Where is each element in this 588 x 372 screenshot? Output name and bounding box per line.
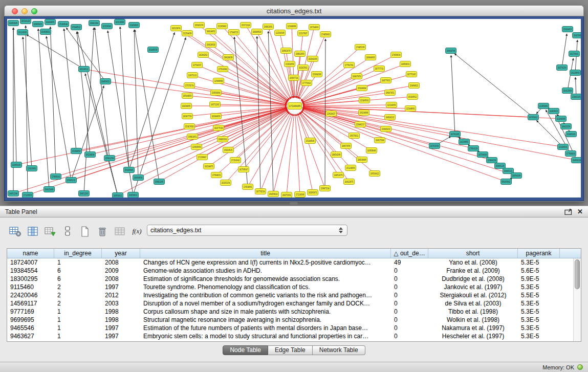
cell-pagerank[interactable]: 5.3E-5 xyxy=(518,299,560,308)
cell-pagerank[interactable]: 5.9E-5 xyxy=(518,275,560,283)
edit-table-icon[interactable] xyxy=(43,225,57,238)
cell-short[interactable]: Nakamura et al. (1997) xyxy=(428,324,518,332)
cell-pagerank[interactable]: 5.3E-5 xyxy=(518,258,560,267)
cell-out_degree[interactable]: 0 xyxy=(391,316,428,324)
vertical-scrollbar[interactable] xyxy=(573,258,581,341)
zoom-window-button[interactable] xyxy=(31,8,37,14)
cell-year[interactable]: 2008 xyxy=(102,258,140,267)
table-row[interactable]: 1872400712008Changes of HCN gene express… xyxy=(7,258,581,267)
cell-short[interactable]: Franke et al. (2009) xyxy=(428,267,518,275)
table-row[interactable]: 2242004622012Investigating the contribut… xyxy=(7,291,581,299)
cell-name[interactable]: 14569117 xyxy=(7,299,54,308)
cell-in_degree[interactable]: 1 xyxy=(54,258,102,267)
column-header-short[interactable]: short xyxy=(428,249,518,258)
cell-pagerank[interactable]: 5.5E-5 xyxy=(518,291,560,299)
window-titlebar[interactable]: citations_edges.txt xyxy=(4,5,584,16)
column-header-in_degree[interactable]: in_degree xyxy=(54,249,102,258)
cell-in_degree[interactable]: 6 xyxy=(54,275,102,283)
cell-title[interactable]: Estimation of significance thresholds fo… xyxy=(140,275,391,283)
cell-name[interactable]: 9115460 xyxy=(7,283,54,291)
show-columns-icon[interactable] xyxy=(26,225,39,238)
table-row[interactable]: 946362711997Embryonic stem cells: a mode… xyxy=(7,332,581,340)
cell-pagerank[interactable]: 5.3E-5 xyxy=(518,324,560,332)
close-window-button[interactable] xyxy=(12,8,18,14)
cell-out_degree[interactable]: 0 xyxy=(391,299,428,308)
float-panel-icon[interactable] xyxy=(564,209,572,215)
cell-name[interactable]: 18300295 xyxy=(7,275,54,283)
cell-short[interactable]: Dudbridge et al. (2008) xyxy=(428,275,518,283)
delete-icon[interactable] xyxy=(95,225,109,238)
cell-year[interactable]: 2012 xyxy=(102,291,140,299)
cell-pagerank[interactable]: 5.6E-5 xyxy=(518,267,560,275)
cell-pagerank[interactable]: 5.3E-5 xyxy=(518,283,560,291)
table-row[interactable]: 1456911722003Disruption of a novel membe… xyxy=(7,299,581,308)
cell-year[interactable]: 1998 xyxy=(102,316,140,324)
new-document-icon[interactable] xyxy=(78,225,92,238)
table-row[interactable]: 946554611997Estimation of the future num… xyxy=(7,324,581,332)
cell-out_degree[interactable]: 0 xyxy=(391,308,428,316)
cell-year[interactable]: 2003 xyxy=(102,299,140,308)
cell-in_degree[interactable]: 2 xyxy=(54,299,102,308)
function-builder-icon[interactable]: f(x) xyxy=(130,225,144,238)
cell-short[interactable]: Stergiakouli et al. (2012) xyxy=(428,291,518,299)
cell-in_degree[interactable]: 2 xyxy=(54,291,102,299)
cell-out_degree[interactable]: 0 xyxy=(391,283,428,291)
cell-title[interactable]: Genome-wide association studies in ADHD. xyxy=(140,267,391,275)
scrollbar-thumb[interactable] xyxy=(575,259,580,289)
import-table-icon[interactable] xyxy=(113,225,126,238)
cell-name[interactable]: 19384554 xyxy=(7,267,54,275)
cell-name[interactable]: 9465546 xyxy=(7,324,54,332)
column-header-year[interactable]: year xyxy=(102,249,140,258)
cell-title[interactable]: Changes of HCN gene expression and I(f) … xyxy=(140,258,391,267)
cell-title[interactable]: Investigating the contribution of common… xyxy=(140,291,391,299)
table-row[interactable]: 1830029562008Estimation of significance … xyxy=(7,275,581,283)
cell-year[interactable]: 1997 xyxy=(102,283,140,291)
cell-title[interactable]: Disruption of a novel member of a sodium… xyxy=(140,299,391,308)
table-mode-icon[interactable] xyxy=(8,225,22,238)
cell-short[interactable]: Wolkin et al. (1998) xyxy=(428,316,518,324)
tab-edge-table[interactable]: Edge Table xyxy=(268,345,313,355)
column-header-pagerank[interactable]: pagerank xyxy=(518,249,560,258)
cell-year[interactable]: 2009 xyxy=(102,267,140,275)
cell-year[interactable]: 2008 xyxy=(102,275,140,283)
close-panel-icon[interactable]: ✕ xyxy=(577,209,583,215)
row-height-icon[interactable] xyxy=(60,225,74,238)
panel-divider-handle[interactable] xyxy=(290,202,298,205)
cell-year[interactable]: 1997 xyxy=(102,332,140,340)
cell-name[interactable]: 9699695 xyxy=(7,316,54,324)
cell-out_degree[interactable]: 0 xyxy=(391,324,428,332)
cell-in_degree[interactable]: 1 xyxy=(54,308,102,316)
cell-year[interactable]: 1998 xyxy=(102,308,140,316)
table-source-dropdown[interactable]: citations_edges.txt xyxy=(147,225,347,236)
minimize-window-button[interactable] xyxy=(21,8,28,14)
column-header-out_degree[interactable]: △ out_de… xyxy=(391,249,428,258)
cell-out_degree[interactable]: 0 xyxy=(391,275,428,283)
cell-out_degree[interactable]: 0 xyxy=(391,291,428,299)
cell-short[interactable]: Jankovic et al. (1997) xyxy=(428,283,518,291)
cell-title[interactable]: Embryonic stem cells: a model to study s… xyxy=(140,332,391,340)
tab-node-table[interactable]: Node Table xyxy=(223,345,268,355)
cell-name[interactable]: 22420046 xyxy=(7,291,54,299)
cell-title[interactable]: Corpus callosum shape and size in male p… xyxy=(140,308,391,316)
cell-name[interactable]: 9463627 xyxy=(7,332,54,340)
cell-short[interactable]: de Silva et al. (2003) xyxy=(428,299,518,308)
cell-in_degree[interactable]: 1 xyxy=(54,324,102,332)
network-graph-canvas[interactable]: 1831307421254439195653701861405222205862… xyxy=(7,19,581,198)
cell-in_degree[interactable]: 1 xyxy=(54,332,102,340)
cell-in_degree[interactable]: 6 xyxy=(54,267,102,275)
cell-pagerank[interactable]: 5.3E-5 xyxy=(518,316,560,324)
cell-name[interactable]: 18724007 xyxy=(7,258,54,267)
cell-short[interactable]: Hescheler et al. (1997) xyxy=(428,332,518,340)
table-row[interactable]: 977716911998Corpus callosum shape and si… xyxy=(7,308,581,316)
cell-title[interactable]: Tourette syndrome. Phenomenology and cla… xyxy=(140,283,391,291)
cell-out_degree[interactable]: 0 xyxy=(391,332,428,340)
cell-title[interactable]: Structural magnetic resonance image aver… xyxy=(140,316,391,324)
cell-in_degree[interactable]: 1 xyxy=(54,316,102,324)
table-row[interactable]: 911546021997Tourette syndrome. Phenomeno… xyxy=(7,283,581,291)
table-row[interactable]: 1938455462009Genome-wide association stu… xyxy=(7,267,581,275)
cell-title[interactable]: Estimation of the future numbers of pati… xyxy=(140,324,391,332)
cell-pagerank[interactable]: 5.3E-5 xyxy=(518,332,560,340)
column-header-title[interactable]: title xyxy=(140,249,391,258)
cell-pagerank[interactable]: 5.3E-5 xyxy=(518,308,560,316)
cell-in_degree[interactable]: 2 xyxy=(54,283,102,291)
